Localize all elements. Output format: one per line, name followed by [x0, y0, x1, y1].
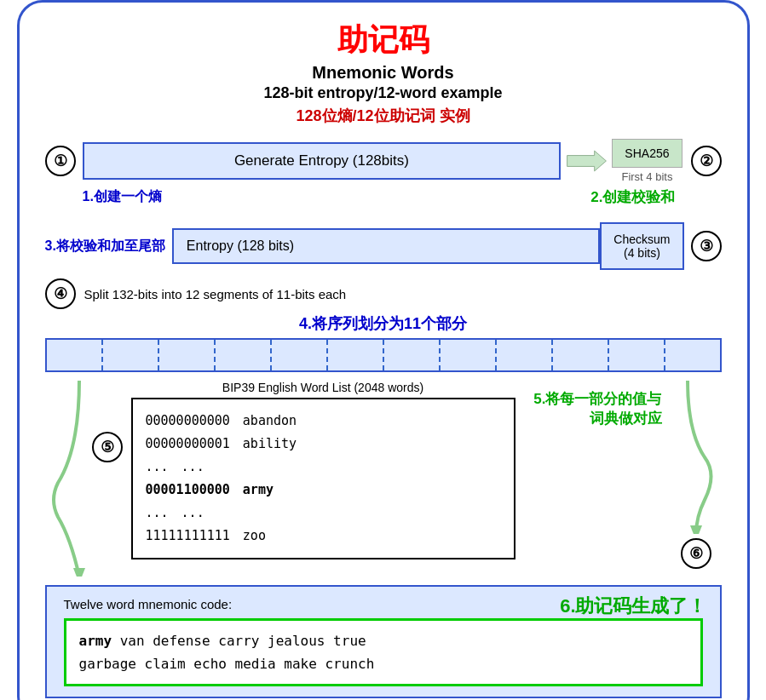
- label-6: 6.助记码生成了！: [560, 594, 706, 619]
- label-3: 3.将校验和加至尾部: [45, 238, 165, 255]
- mnemonic-first-word: army: [79, 633, 112, 649]
- bip39-row-2: 00000000001 ability: [146, 433, 501, 456]
- bottom-section: Twelve word mnemonic code: army van defe…: [45, 585, 722, 698]
- seg-11: [609, 340, 665, 370]
- main-container: 助记码 Mnemonic Words 128-bit entropy/12-wo…: [17, 0, 750, 700]
- bip39-box: 00000000000 abandon 00000000001 ability …: [131, 398, 515, 559]
- entropy128-box: Entropy (128 bits): [172, 228, 601, 264]
- left-arrows: [45, 381, 92, 577]
- subtitle-en: 128-bit entropy/12-word example: [45, 84, 722, 102]
- step1-row: ① Generate Entropy (128bits) SHA256 Firs…: [45, 139, 722, 183]
- seg-1: [47, 340, 103, 370]
- step3-row: 3.将校验和加至尾部 Entropy (128 bits) Checksum(4…: [45, 222, 722, 270]
- right-arrow-svg: [671, 381, 722, 534]
- svg-marker-1: [567, 151, 606, 171]
- circle-3: ③: [691, 231, 722, 261]
- bits-bar: [45, 338, 722, 372]
- bip39-dots-bits: ...: [146, 456, 169, 479]
- checksum-label: Checksum(4 bits): [613, 232, 670, 260]
- bip39-word-2: ability: [243, 433, 297, 456]
- bip39-row-1: 00000000000 abandon: [146, 410, 501, 433]
- mnemonic-box: army van defense carry jealous truegarba…: [64, 618, 703, 686]
- bip39-bits-1: 00000000000: [146, 410, 230, 433]
- circle-2: ②: [691, 146, 722, 176]
- bip39-dots-word: ...: [181, 456, 204, 479]
- bip39-row-army: 00001100000 army: [146, 479, 501, 502]
- seg-7: [384, 340, 441, 370]
- seg-10: [553, 340, 609, 370]
- step4-label: Split 132-bits into 12 segments of 11-bi…: [84, 287, 347, 301]
- svg-marker-2: [73, 568, 85, 577]
- label-2: 2.创建校验和: [590, 187, 682, 207]
- entropy-box: Generate Entropy (128bits): [83, 142, 562, 180]
- seg-8: [441, 340, 497, 370]
- checksum-box: Checksum(4 bits): [600, 222, 683, 270]
- circle-6: ⑥: [681, 538, 711, 569]
- bip39-row-zoo: 11111111111 zoo: [146, 525, 501, 548]
- left-arrow-svg: [45, 381, 92, 577]
- title-en: Mnemonic Words: [45, 63, 722, 83]
- bip39-row-dots2: ... ...: [146, 502, 501, 525]
- bip39-label: BIP39 English Word List (2048 words): [131, 381, 515, 394]
- bip39-word-zoo: zoo: [243, 525, 266, 548]
- first4bits-label: First 4 bits: [621, 170, 672, 183]
- bip39-bits-zoo: 11111111111: [146, 525, 230, 548]
- step4-row: ④ Split 132-bits into 12 segments of 11-…: [45, 278, 722, 309]
- seg-9: [497, 340, 553, 370]
- svg-marker-3: [690, 525, 702, 534]
- arrow-to-sha: [561, 148, 612, 174]
- sha256-box: SHA256: [612, 139, 682, 168]
- bip39-dots-bits-2: ...: [146, 502, 169, 525]
- bip39-container: BIP39 English Word List (2048 words) 000…: [131, 381, 515, 559]
- subtitle-zh: 128位熵/12位助记词 实例: [45, 106, 722, 126]
- label-5: 5.将每一部分的值与词典做对应: [526, 389, 662, 428]
- seg-6: [328, 340, 384, 370]
- seg-12: [665, 340, 720, 370]
- right-area: ⑥: [671, 381, 722, 569]
- mnemonic-rest: van defense carry jealous truegarbage cl…: [79, 633, 375, 672]
- circle-5: ⑤: [92, 432, 123, 462]
- bip39-word-army: army: [243, 479, 274, 502]
- seg-2: [103, 340, 159, 370]
- step4-zh: 4.将序列划分为11个部分: [45, 313, 722, 334]
- seg-3: [159, 340, 216, 370]
- circle-1: ①: [45, 146, 76, 176]
- bip39-bits-2: 00000000001: [146, 433, 230, 456]
- title-zh: 助记码: [45, 20, 722, 61]
- seg-5: [272, 340, 328, 370]
- bip39-row-dots1: ... ...: [146, 456, 501, 479]
- bits-bar-inner: [47, 340, 720, 370]
- middle-section: ⑤ BIP39 English Word List (2048 words) 0…: [45, 381, 722, 577]
- bip39-dots-word-2: ...: [181, 502, 204, 525]
- bip39-word-1: abandon: [243, 410, 297, 433]
- seg-4: [216, 340, 272, 370]
- bip39-bits-army: 00001100000: [146, 479, 230, 502]
- label-1: 1.创建一个熵: [83, 188, 162, 206]
- circle-4: ④: [45, 278, 76, 309]
